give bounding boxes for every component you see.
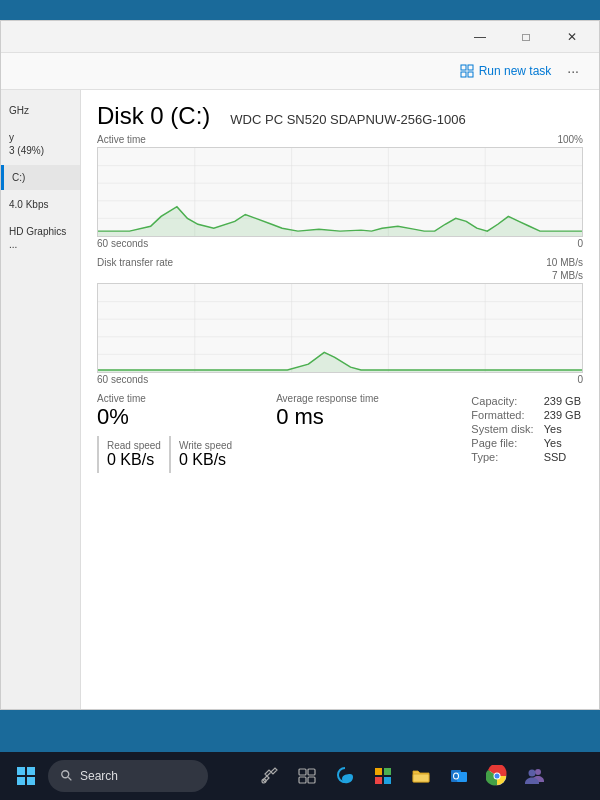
formatted-row: Formatted: 239 GB	[471, 409, 581, 421]
chart2-time-left: 60 seconds	[97, 374, 148, 385]
sidebar-item-memory-label: y3 (49%)	[9, 132, 44, 156]
read-speed-block: Read speed 0 KB/s	[97, 436, 169, 473]
chart2-max: 10 MB/s	[546, 257, 583, 268]
sidebar-item-gpu-label: HD Graphics ...	[9, 226, 66, 250]
chart1-label: Active time	[97, 134, 146, 145]
taskbar-tools-icon[interactable]	[251, 758, 287, 794]
avg-response-stat: Average response time 0 ms	[276, 393, 379, 473]
taskbar-edge-icon[interactable]	[327, 758, 363, 794]
edge-icon	[334, 765, 356, 787]
svg-rect-21	[27, 767, 35, 775]
avg-response-label: Average response time	[276, 393, 379, 404]
taskbar-outlook-icon[interactable]	[441, 758, 477, 794]
chrome-icon	[486, 765, 508, 787]
chart1-label-row: Active time 100%	[97, 134, 583, 145]
chart1-time-left: 60 seconds	[97, 238, 148, 249]
read-speed-label: Read speed	[107, 440, 161, 451]
page-file-value: Yes	[544, 437, 581, 449]
formatted-label: Formatted:	[471, 409, 541, 421]
active-time-chart	[97, 147, 583, 237]
capacity-row: Capacity: 239 GB	[471, 395, 581, 407]
svg-rect-2	[461, 72, 466, 77]
svg-rect-0	[461, 65, 466, 70]
svg-rect-28	[308, 769, 315, 775]
active-time-value: 0%	[97, 404, 240, 430]
svg-rect-27	[299, 769, 306, 775]
svg-rect-30	[308, 777, 315, 783]
svg-point-42	[495, 774, 500, 779]
run-task-icon	[460, 64, 474, 78]
svg-rect-29	[299, 777, 306, 783]
sidebar-item-network[interactable]: 4.0 Kbps	[1, 192, 80, 217]
page-file-label: Page file:	[471, 437, 541, 449]
chart2-time-row: 60 seconds 0	[97, 374, 583, 385]
search-text: Search	[80, 769, 118, 783]
run-task-label: Run new task	[479, 64, 552, 78]
taskbar-chrome-icon[interactable]	[479, 758, 515, 794]
write-speed-value: 0 KB/s	[179, 451, 232, 469]
content-area: GHz y3 (49%) C:) 4.0 Kbps HD Graphics ..…	[1, 90, 599, 709]
type-label: Type:	[471, 451, 541, 463]
search-icon	[60, 769, 74, 783]
sidebar-item-disk[interactable]: C:)	[1, 165, 80, 190]
write-speed-label: Write speed	[179, 440, 232, 451]
disk-title: Disk 0 (C:)	[97, 102, 210, 130]
sidebar-item-disk-label: C:)	[12, 172, 25, 183]
taskbar-task-view[interactable]	[289, 758, 325, 794]
run-new-task-button[interactable]: Run new task	[452, 60, 560, 82]
taskbar-file-explorer-icon[interactable]	[403, 758, 439, 794]
capacity-label: Capacity:	[471, 395, 541, 407]
transfer-rate-chart-section: Disk transfer rate 10 MB/s 7 MB/s	[97, 257, 583, 385]
chart1-percent: 100%	[557, 134, 583, 145]
svg-rect-31	[375, 768, 382, 775]
system-disk-label: System disk:	[471, 423, 541, 435]
stats-left: Active time 0% Read speed 0 KB/s Write s…	[97, 393, 240, 473]
sidebar-item-memory[interactable]: y3 (49%)	[1, 125, 80, 163]
svg-point-39	[454, 774, 458, 779]
disk-header: Disk 0 (C:) WDC PC SN520 SDAPNUW-256G-10…	[97, 102, 583, 130]
chart1-time-right: 0	[577, 238, 583, 249]
svg-rect-20	[17, 767, 25, 775]
menu-bar: Run new task ···	[1, 53, 599, 90]
page-file-row: Page file: Yes	[471, 437, 581, 449]
taskbar-teams-icon[interactable]	[517, 758, 553, 794]
sidebar-item-network-label: 4.0 Kbps	[9, 199, 48, 210]
task-manager-window: — □ ✕ Run new task ··· GHz y3 (49%)	[0, 20, 600, 710]
transfer-rate-chart	[97, 283, 583, 373]
chart2-label: Disk transfer rate	[97, 257, 173, 268]
read-speed-value: 0 KB/s	[107, 451, 161, 469]
file-explorer-icon	[410, 765, 432, 787]
svg-rect-34	[384, 777, 391, 784]
svg-point-24	[62, 771, 69, 778]
disk-model: WDC PC SN520 SDAPNUW-256G-1006	[230, 112, 465, 127]
formatted-value: 239 GB	[544, 409, 581, 421]
more-button[interactable]: ···	[559, 59, 587, 83]
chart1-time-row: 60 seconds 0	[97, 238, 583, 249]
taskbar-icons	[212, 758, 592, 794]
task-view-icon	[297, 766, 317, 786]
tools-icon	[259, 766, 279, 786]
speed-row: Read speed 0 KB/s Write speed 0 KB/s	[97, 436, 240, 473]
sidebar-item-cpu[interactable]: GHz	[1, 98, 80, 123]
title-bar: — □ ✕	[1, 21, 599, 53]
system-disk-value: Yes	[544, 423, 581, 435]
active-time-label: Active time	[97, 393, 240, 404]
svg-rect-23	[27, 777, 35, 785]
start-button[interactable]	[8, 758, 44, 794]
maximize-button[interactable]: □	[503, 21, 549, 53]
avg-response-value: 0 ms	[276, 404, 379, 430]
capacity-value: 239 GB	[544, 395, 581, 407]
title-bar-controls: — □ ✕	[457, 21, 595, 53]
taskbar: Search	[0, 752, 600, 800]
svg-rect-22	[17, 777, 25, 785]
sidebar-item-gpu[interactable]: HD Graphics ...	[1, 219, 80, 257]
taskbar-windows-tiles-icon[interactable]	[365, 758, 401, 794]
teams-icon	[524, 765, 546, 787]
svg-point-43	[535, 769, 541, 775]
close-button[interactable]: ✕	[549, 21, 595, 53]
svg-point-44	[529, 770, 536, 777]
disk-info-block: Capacity: 239 GB Formatted: 239 GB Syste…	[469, 393, 583, 473]
search-bar[interactable]: Search	[48, 760, 208, 792]
active-time-chart-section: Active time 100%	[97, 134, 583, 249]
minimize-button[interactable]: —	[457, 21, 503, 53]
